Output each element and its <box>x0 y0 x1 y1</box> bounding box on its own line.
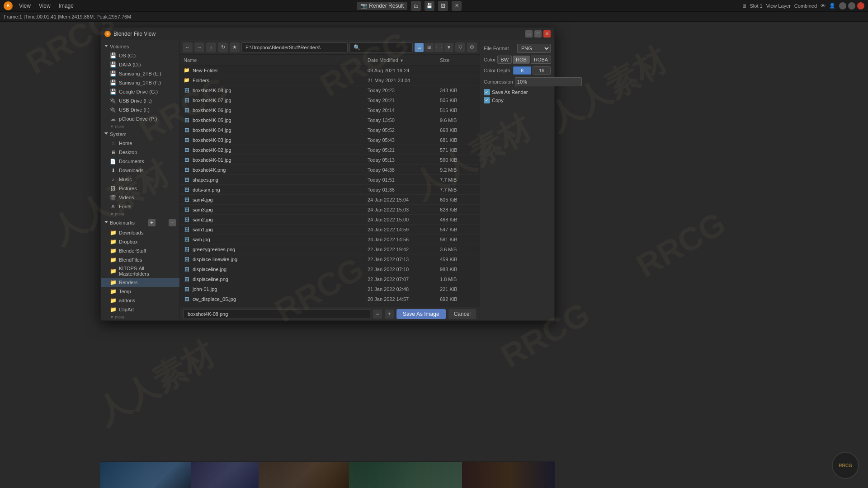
grid-view-btn[interactable]: ⊞ <box>425 43 434 52</box>
increment-btn[interactable]: + <box>385 310 394 319</box>
sidebar-item-f[interactable]: 💾 Samsung_1TB (F:) <box>101 78 179 87</box>
file-row[interactable]: 🖼 sam4.jpg 24 Jan 2022 15:04 605 KiB <box>180 195 480 205</box>
up-button[interactable]: ↑ <box>206 42 216 52</box>
file-row[interactable]: 📁 New Folder 09 Aug 2021 19:24 <box>180 66 480 75</box>
sidebar-item-fonts[interactable]: A Fonts <box>101 202 179 211</box>
bookmark-blenderstuff[interactable]: 📁 BlenderStuff <box>101 246 179 255</box>
bookmark-kitops[interactable]: 📁 KITOPS-All-Masterfolders <box>101 264 179 278</box>
sidebar-item-g[interactable]: 💾 Google Drive (G:) <box>101 87 179 96</box>
settings-gear-btn[interactable]: ⚙ <box>467 42 477 52</box>
bw-button[interactable]: BW <box>497 56 512 64</box>
file-row[interactable]: 🖼 displaceline.jpg 22 Jan 2022 07:10 988… <box>180 264 480 274</box>
decrement-btn[interactable]: − <box>373 310 382 319</box>
depth-16-input[interactable]: 16 <box>533 66 551 75</box>
bookmark-clipart[interactable]: 📁 ClipArt <box>101 305 179 314</box>
file-row[interactable]: 🖼 boxshot4K-03.jpg Today 05:43 681 KiB <box>180 135 480 145</box>
file-row[interactable]: 🖼 sam3.jpg 24 Jan 2022 15:03 628 KiB <box>180 205 480 215</box>
sidebar-item-d[interactable]: 💾 DATA (D:) <box>101 60 179 69</box>
menu-view2[interactable]: View <box>35 2 54 10</box>
path-bar[interactable]: E:\Dropbox\BlenderStuff\Renders\ <box>241 42 348 52</box>
refresh-button[interactable]: ↻ <box>218 42 228 52</box>
col-name-header[interactable]: Name <box>184 57 368 63</box>
search-input[interactable] <box>362 45 407 50</box>
maximize-button[interactable] <box>848 2 855 9</box>
cancel-button[interactable]: Cancel <box>448 309 476 319</box>
bookmark-downloads[interactable]: 📁 Downloads <box>101 228 179 237</box>
file-row[interactable]: 🖼 shapes.png Today 01:51 7.7 MiB <box>180 175 480 185</box>
list-view-btn[interactable]: ☰ <box>415 43 424 52</box>
rgb-button[interactable]: RGB <box>513 56 530 64</box>
close-button[interactable] <box>857 2 864 9</box>
file-row[interactable]: 📁 Folders 21 May 2021 23:04 <box>180 75 480 85</box>
bookmarks-add-btn[interactable]: + <box>148 219 156 226</box>
file-row[interactable]: 🖼 dots-sm.png Today 01:36 7.7 MiB <box>180 185 480 195</box>
file-row[interactable]: 🖼 greezygreebes.png 22 Jan 2022 19:42 3.… <box>180 244 480 254</box>
compression-input[interactable]: 10% <box>515 77 582 86</box>
save-as-render-checkbox[interactable]: ✓ <box>484 89 490 95</box>
render-close-btn[interactable]: ✕ <box>452 1 462 11</box>
bookmark-dropbox[interactable]: 📁 Dropbox <box>101 237 179 246</box>
back-button[interactable]: ← <box>183 42 193 52</box>
grid-view-btn2[interactable]: ⋮⋮ <box>434 43 443 52</box>
file-row[interactable]: 🖼 sam.jpg 24 Jan 2022 14:56 581 KiB <box>180 235 480 244</box>
minimize-button[interactable] <box>839 2 846 9</box>
file-format-select[interactable]: PNG <box>517 44 551 53</box>
sidebar-volumes-header[interactable]: Volumes <box>101 42 179 51</box>
file-row[interactable]: 🖼 boxshot4K-07.jpg Today 20:21 505 KiB <box>180 95 480 105</box>
render-toolbar-btn3[interactable]: 🖼 <box>438 1 448 11</box>
file-name-cell: 🖼 cw_displace_05.jpg <box>184 296 368 302</box>
file-row[interactable]: 🖼 displaceline.png 22 Jan 2022 07:07 1.8… <box>180 274 480 284</box>
sidebar-item-documents[interactable]: 📄 Documents <box>101 157 179 166</box>
bookmark-renders[interactable]: 📁 Renders <box>101 278 179 287</box>
menu-image[interactable]: Image <box>55 2 77 10</box>
filter-btn[interactable]: ▽ <box>455 42 465 52</box>
file-row[interactable]: 🖼 sam1.jpg 24 Jan 2022 14:59 547 KiB <box>180 225 480 235</box>
bookmarks-remove-btn[interactable]: − <box>169 219 176 226</box>
file-row[interactable]: 🖼 displace-linewire.jpg 22 Jan 2022 07:1… <box>180 254 480 264</box>
filename-input[interactable] <box>184 309 370 319</box>
sidebar-bookmarks-header[interactable]: Bookmarks + − <box>101 217 179 228</box>
sidebar-item-pictures[interactable]: 🖼 Pictures <box>101 184 179 193</box>
file-row[interactable]: 🖼 boxshot4K-06.jpg Today 20:14 515 KiB <box>180 105 480 115</box>
file-row[interactable]: 🖼 john-01.jpg 21 Jan 2022 02:48 221 KiB <box>180 284 480 294</box>
render-toolbar-btn1[interactable]: 🗂 <box>411 1 421 11</box>
file-row[interactable]: 🖼 boxshot4K-01.jpg Today 05:13 590 KiB <box>180 155 480 165</box>
bookmark-button[interactable]: ★ <box>230 42 240 52</box>
sidebar-item-home[interactable]: ⌂ Home <box>101 139 179 148</box>
sort-btn[interactable]: ▼ <box>444 43 453 52</box>
sidebar-system-header[interactable]: System <box>101 130 179 139</box>
dialog-minimize-btn[interactable]: — <box>525 30 533 38</box>
forward-button[interactable]: → <box>194 42 204 52</box>
sidebar-item-i[interactable]: 🔌 USB Drive (I:) <box>101 105 179 114</box>
file-row[interactable]: 🖼 boxshot4K-05.jpg Today 13:50 9.6 MiB <box>180 115 480 125</box>
file-row[interactable]: 🖼 cw_displace_05.jpg 20 Jan 2022 14:57 6… <box>180 294 480 304</box>
col-date-header[interactable]: Date Modified ▼ <box>368 57 440 63</box>
file-name-cell: 🖼 displaceline.jpg <box>184 266 368 272</box>
image-icon: 🖼 <box>184 187 190 193</box>
sidebar-item-p[interactable]: ☁ pCloud Drive (P:) <box>101 114 179 123</box>
bookmark-addons[interactable]: 📁 addons <box>101 296 179 305</box>
save-as-image-button[interactable]: Save As Image <box>396 309 446 319</box>
sidebar-item-desktop[interactable]: 🖥 Desktop <box>101 148 179 157</box>
file-row[interactable]: 🖼 sam2.jpg 24 Jan 2022 15:00 468 KiB <box>180 215 480 225</box>
render-toolbar-btn2[interactable]: 💾 <box>425 1 434 11</box>
file-row[interactable]: 🖼 boxshot4K-02.jpg Today 05:21 571 KiB <box>180 145 480 155</box>
sidebar-item-downloads[interactable]: ⬇ Downloads <box>101 166 179 175</box>
depth-8-input[interactable]: 8 <box>513 66 531 75</box>
sidebar-item-h[interactable]: 🔌 USB Drive (H:) <box>101 96 179 105</box>
sidebar-item-music[interactable]: ♪ Music <box>101 175 179 184</box>
sidebar-item-c[interactable]: 💾 OS (C:) <box>101 51 179 60</box>
rgba-button[interactable]: RGBA <box>531 56 551 64</box>
sidebar-item-e[interactable]: 💾 Samsung_2TB (E:) <box>101 69 179 78</box>
file-row[interactable]: 🖼 boxshot4K-04.jpg Today 05:52 668 KiB <box>180 125 480 135</box>
menu-view1[interactable]: View <box>15 2 34 10</box>
bookmark-temp[interactable]: 📁 Temp <box>101 287 179 296</box>
sidebar-item-videos[interactable]: 🎬 Videos <box>101 193 179 202</box>
file-row[interactable]: 🖼 boxshot4K-08.jpg Today 20:23 343 KiB <box>180 85 480 95</box>
bookmark-blendfiles[interactable]: 📁 BlendFiles <box>101 255 179 264</box>
copy-checkbox[interactable]: ✓ <box>484 97 490 103</box>
dialog-maximize-btn[interactable]: □ <box>534 30 542 38</box>
col-size-header[interactable]: Size <box>440 57 476 63</box>
dialog-close-btn[interactable]: ✕ <box>543 30 551 38</box>
file-row[interactable]: 🖼 boxshot4K.png Today 04:38 9.2 MiB <box>180 165 480 175</box>
